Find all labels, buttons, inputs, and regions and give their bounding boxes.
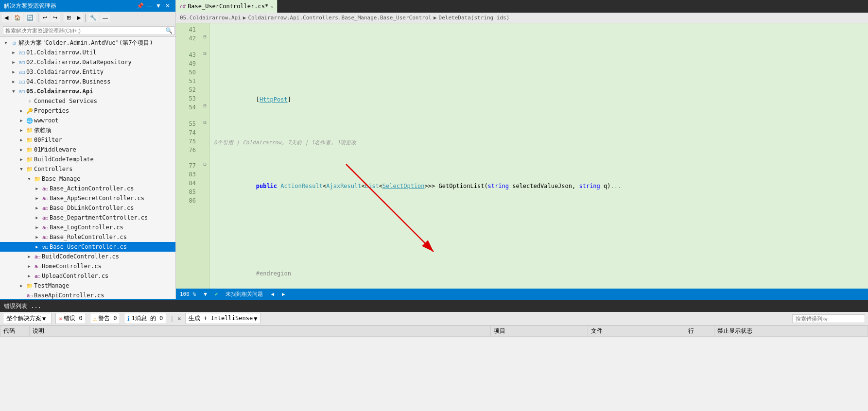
code-line-43: public ActionResult<AjaxResult<List<Sele… xyxy=(214,182,864,190)
breadcrumb-project: 05.Coldairarrow.Api xyxy=(180,15,241,21)
expand-btn-55[interactable]: ⊟ xyxy=(200,120,209,128)
nav-fwd-icon[interactable]: ▶ xyxy=(282,291,285,297)
tree-item-datarepo[interactable]: ▶ a◻ 02.Coldairarrow.DataRepository xyxy=(0,57,175,67)
annotation-row3 xyxy=(180,154,196,161)
expand-btn-54[interactable]: ⊟ xyxy=(200,103,209,112)
tree-item-business[interactable]: ▶ a◻ 04.Coldairarrow.Business xyxy=(0,77,175,86)
tree-item-appsecret-ctrl[interactable]: ▶ a◻ Base_AppSecretController.cs xyxy=(0,193,175,203)
tree-item-wwwroot[interactable]: ▶ 🌐 wwwroot xyxy=(0,116,175,125)
tree-item-api[interactable]: ▼ a◻ 05.Coldairarrow.Api xyxy=(0,86,175,96)
tree-item-connected[interactable]: ⚡ Connected Services xyxy=(0,96,175,106)
line-num-75: 75 xyxy=(180,137,196,146)
solution-explorer-title: 解决方案资源管理器 xyxy=(4,2,56,10)
cs-file-icon: a◻ xyxy=(33,263,42,270)
item-label: 02.Coldairarrow.DataRepository xyxy=(26,59,132,66)
toolbar-view-button[interactable]: ⊞ xyxy=(64,13,73,22)
expand-icon: ▶ xyxy=(25,264,33,269)
tree-item-upload-ctrl[interactable]: ▶ a◻ UploadController.cs xyxy=(0,271,175,281)
tree-item-baseapi-ctrl[interactable]: a◻ BaseApiController.cs xyxy=(0,291,175,299)
folder-icon: 📁 xyxy=(25,147,34,153)
code-text: [HttpPost] xyxy=(214,95,291,104)
error-search-input[interactable] xyxy=(792,314,865,323)
col-desc[interactable]: 说明 xyxy=(30,326,491,337)
build-filter-icon: ✖ xyxy=(178,315,181,322)
col-code[interactable]: 代码 xyxy=(0,326,30,337)
tree-view[interactable]: ▼ ⊞ 解决方案"Colder.Admin.AntdVue"(第7个项目) ▶ … xyxy=(0,37,175,299)
tree-item-buildcode-ctrl[interactable]: ▶ a◻ BuildCodeController.cs xyxy=(0,252,175,261)
toolbar-refresh-button[interactable]: 🔄 xyxy=(24,13,36,22)
cs-file-icon: a◻ xyxy=(41,224,50,231)
toolbar-redo-button[interactable]: ↪ xyxy=(51,13,60,22)
auto-hide-button[interactable]: ▼ xyxy=(154,2,163,9)
item-label: Base_AppSecretController.cs xyxy=(50,195,144,202)
cs-file-icon: a◻ xyxy=(41,205,50,211)
editor-tab-active[interactable]: c# Base_UserController.cs* ✕ xyxy=(176,0,278,13)
close-panel-button[interactable]: ✕ xyxy=(164,2,172,9)
pin-button[interactable]: 📌 xyxy=(135,2,145,9)
tree-item-user-ctrl[interactable]: ▶ v◻ Base_UserController.cs xyxy=(0,242,175,252)
col-project[interactable]: 项目 xyxy=(490,326,588,337)
tree-item-log-ctrl[interactable]: ▶ a◻ Base_LogController.cs xyxy=(0,223,175,232)
tree-item-controllers[interactable]: ▼ 📁 Controllers xyxy=(0,164,175,174)
expand-icon: ▶ xyxy=(10,60,17,65)
project-icon: a◻ xyxy=(17,69,26,75)
expand-icon: ▶ xyxy=(33,196,41,201)
tree-item-dept-ctrl[interactable]: ▶ a◻ Base_DepartmentController.cs xyxy=(0,213,175,223)
tree-item-properties[interactable]: ▶ 🔑 Properties xyxy=(0,106,175,116)
expand-markers: ⊟ ⊟ ⊟ ⊟ ⊟ xyxy=(200,23,210,289)
code-line-42: [HttpPost] xyxy=(214,95,864,104)
error-filter-button[interactable]: ✕ 错误 0 xyxy=(55,313,86,324)
expand-icon: ▶ xyxy=(17,147,25,152)
code-text: public ActionResult<AjaxResult<List<Sele… xyxy=(214,182,621,190)
tree-item-dblink-ctrl[interactable]: ▶ a◻ Base_DbLinkController.cs xyxy=(0,203,175,213)
project-icon: a◻ xyxy=(17,50,26,56)
tree-item-base-manage[interactable]: ▼ 📁 Base_Manage xyxy=(0,174,175,184)
item-label: Base_DbLinkController.cs xyxy=(50,205,134,211)
toolbar-back-button[interactable]: ◀ xyxy=(2,13,11,22)
item-label: Base_DepartmentController.cs xyxy=(50,214,148,221)
tree-item-middleware[interactable]: ▶ 📁 01Middleware xyxy=(0,145,175,154)
tree-solution-root[interactable]: ▼ ⊞ 解决方案"Colder.Admin.AntdVue"(第7个项目) xyxy=(0,38,175,48)
tree-item-home-ctrl[interactable]: ▶ a◻ HomeController.cs xyxy=(0,261,175,271)
toolbar-undo-button[interactable]: ↩ xyxy=(40,13,50,22)
col-line[interactable]: 行 xyxy=(685,326,714,337)
tree-item-filter[interactable]: ▶ 📁 00Filter xyxy=(0,135,175,145)
toolbar-settings-button[interactable]: 🔧 xyxy=(87,13,99,22)
tree-item-testmanage[interactable]: ▶ 📁 TestManage xyxy=(0,281,175,291)
scope-dropdown[interactable]: 整个解决方案 ▼ xyxy=(3,313,52,324)
tree-item-role-ctrl[interactable]: ▶ a◻ Base_RoleController.cs xyxy=(0,232,175,242)
expand-btn-77[interactable]: ⊟ xyxy=(200,161,209,170)
solution-explorer-toolbar: ◀ 🏠 🔄 ↩ ↪ ⊞ ▶ 🔧 — xyxy=(0,12,175,24)
tree-item-util[interactable]: ▶ a◻ 01.Coldairarrow.Util xyxy=(0,48,175,57)
item-label: Base_UserController.cs xyxy=(50,243,127,250)
col-file[interactable]: 文件 xyxy=(588,326,685,337)
toolbar-more-button[interactable]: ▶ xyxy=(74,13,83,22)
editor-tabs: c# Base_UserController.cs* ✕ xyxy=(176,0,868,13)
search-icon: 🔍 xyxy=(165,27,173,34)
expand-btn-42[interactable]: ⊟ xyxy=(200,34,209,43)
nav-back-icon[interactable]: ◀ xyxy=(271,291,274,297)
dropdown-arrow: ▼ xyxy=(204,291,207,297)
tree-item-buildtemplate[interactable]: ▶ 📁 BuildCodeTemplate xyxy=(0,154,175,164)
code-text: #endregion xyxy=(214,269,291,278)
col-suppress[interactable]: 禁止显示状态 xyxy=(714,326,868,337)
warning-filter-button[interactable]: ⚠ 警告 0 xyxy=(90,313,121,324)
item-label: 依赖项 xyxy=(34,126,52,135)
expand-btn-43[interactable]: ⊟ xyxy=(200,51,209,59)
tree-item-deps[interactable]: ▶ 📁 依赖项 xyxy=(0,125,175,135)
tab-close-button[interactable]: ✕ xyxy=(270,4,273,9)
error-count: 错误 0 xyxy=(64,314,82,323)
code-area[interactable]: 41 42 43 49 50 51 52 53 54 55 74 75 xyxy=(176,23,868,289)
tree-item-entity[interactable]: ▶ a◻ 03.Coldairarrow.Entity xyxy=(0,67,175,77)
minimize-button[interactable]: ─ xyxy=(146,2,154,9)
expand-icon: ▶ xyxy=(17,118,25,123)
toolbar-home-button[interactable]: 🏠 xyxy=(12,13,23,22)
build-dropdown[interactable]: 生成 + IntelliSense ▼ xyxy=(185,313,261,324)
tree-item-action-ctrl[interactable]: ▶ a◻ Base_ActionController.cs xyxy=(0,184,175,193)
code-content[interactable]: [HttpPost] 0个引用 | Coldairarrow, 7天前 | 1名… xyxy=(210,23,868,289)
error-icon: ✕ xyxy=(59,315,62,322)
search-input[interactable] xyxy=(3,26,175,35)
item-label: 00Filter xyxy=(34,137,62,143)
message-filter-button[interactable]: ℹ 1消息 的 0 xyxy=(124,313,166,324)
toolbar-dash-button[interactable]: — xyxy=(100,14,110,22)
